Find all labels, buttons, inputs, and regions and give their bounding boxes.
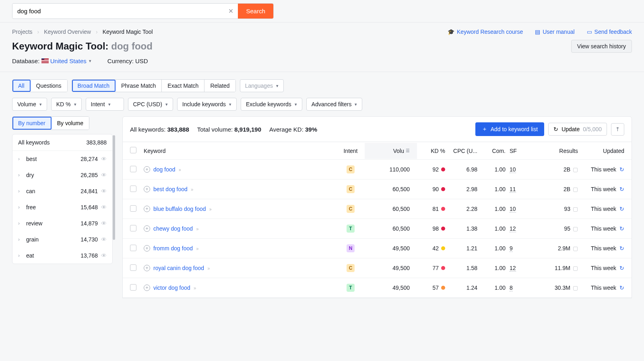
double-chevron-icon[interactable]: ›› xyxy=(196,226,198,232)
row-checkbox[interactable] xyxy=(130,264,136,271)
select-all-checkbox[interactable] xyxy=(130,147,136,153)
sidebar-group-item[interactable]: ›can24,841👁 xyxy=(12,183,112,199)
serp-icon[interactable]: ▢ xyxy=(573,166,578,173)
serp-icon[interactable]: ▢ xyxy=(573,265,578,271)
exclude-keywords-filter[interactable]: Exclude keywords▾ xyxy=(241,98,302,111)
sidebar-group-item[interactable]: ›best28,274👁 xyxy=(12,151,112,167)
advanced-filters[interactable]: Advanced filters▾ xyxy=(306,98,363,111)
add-to-keyword-list-button[interactable]: ＋Add to keyword list xyxy=(475,122,545,136)
add-keyword-icon[interactable]: + xyxy=(144,245,150,252)
languages-dropdown[interactable]: Languages▾ xyxy=(240,79,284,92)
col-results[interactable]: Results xyxy=(530,148,578,154)
breadcrumb-overview[interactable]: Keyword Overview xyxy=(44,29,91,35)
double-chevron-icon[interactable]: ›› xyxy=(191,186,193,192)
col-kd[interactable]: KD % xyxy=(417,148,445,154)
update-button[interactable]: ↻Update 0/5,000 xyxy=(548,123,607,136)
sidebar-group-item[interactable]: ›free15,648👁 xyxy=(12,199,112,215)
database-selector[interactable]: Database: United States ▾ xyxy=(12,58,91,64)
refresh-row-icon[interactable]: ↻ xyxy=(619,265,624,271)
keyword-link[interactable]: best dog food xyxy=(153,186,188,192)
tab-all[interactable]: All xyxy=(12,80,31,92)
sidebar-group-item[interactable]: ›eat13,768👁 xyxy=(12,248,112,264)
add-keyword-icon[interactable]: + xyxy=(144,265,150,271)
export-button[interactable]: ⤒ xyxy=(611,123,624,136)
breadcrumb-projects[interactable]: Projects xyxy=(12,29,33,35)
research-course-link[interactable]: 🎓Keyword Research course xyxy=(448,29,523,35)
cell-sf[interactable]: 12 xyxy=(506,225,530,232)
serp-icon[interactable]: ▢ xyxy=(573,285,578,291)
sort-by-volume[interactable]: By volume xyxy=(52,117,89,130)
scrollbar[interactable] xyxy=(113,135,115,240)
cell-sf[interactable]: 8 xyxy=(506,285,530,291)
cell-sf[interactable]: 10 xyxy=(506,206,530,212)
sidebar-group-item[interactable]: ›review14,879👁 xyxy=(12,215,112,231)
add-keyword-icon[interactable]: + xyxy=(144,166,150,173)
clear-search-button[interactable]: × xyxy=(224,6,238,16)
cell-sf[interactable]: 11 xyxy=(506,186,530,192)
include-keywords-filter[interactable]: Include keywords▾ xyxy=(177,98,237,111)
col-intent[interactable]: Intent xyxy=(336,148,365,154)
volume-filter[interactable]: Volume▾ xyxy=(12,98,47,111)
col-sf[interactable]: SF xyxy=(506,148,530,154)
row-checkbox[interactable] xyxy=(130,166,136,172)
tab-broad-match[interactable]: Broad Match xyxy=(72,80,116,92)
user-manual-link[interactable]: ▤User manual xyxy=(535,29,574,35)
refresh-row-icon[interactable]: ↻ xyxy=(619,245,624,252)
col-com[interactable]: Com. xyxy=(477,148,506,154)
keyword-link[interactable]: chewy dog food xyxy=(153,225,193,232)
eye-icon[interactable]: 👁 xyxy=(101,156,107,162)
refresh-row-icon[interactable]: ↻ xyxy=(619,206,624,212)
eye-icon[interactable]: 👁 xyxy=(101,188,107,194)
serp-icon[interactable]: ▢ xyxy=(573,225,578,232)
double-chevron-icon[interactable]: ›› xyxy=(179,167,181,173)
sidebar-group-item[interactable]: ›dry26,285👁 xyxy=(12,167,112,183)
serp-icon[interactable]: ▢ xyxy=(573,245,578,252)
col-updated[interactable]: Updated xyxy=(578,148,624,154)
serp-icon[interactable]: ▢ xyxy=(573,206,578,212)
double-chevron-icon[interactable]: ›› xyxy=(194,285,196,291)
add-keyword-icon[interactable]: + xyxy=(144,225,150,232)
double-chevron-icon[interactable]: ›› xyxy=(209,206,211,212)
sidebar-group-item[interactable]: ›grain14,730👁 xyxy=(12,231,112,248)
sort-by-number[interactable]: By number xyxy=(12,117,52,130)
refresh-row-icon[interactable]: ↻ xyxy=(619,186,624,192)
double-chevron-icon[interactable]: ›› xyxy=(207,265,209,271)
refresh-row-icon[interactable]: ↻ xyxy=(619,285,624,291)
col-volume[interactable]: Volu☰ xyxy=(365,143,417,159)
col-cpc[interactable]: CPC (U... xyxy=(445,148,477,154)
cell-sf[interactable]: 9 xyxy=(506,245,530,252)
serp-icon[interactable]: ▢ xyxy=(573,186,578,192)
eye-icon[interactable]: 👁 xyxy=(101,204,107,210)
add-keyword-icon[interactable]: + xyxy=(144,285,150,291)
tab-related[interactable]: Related xyxy=(204,80,235,92)
eye-icon[interactable]: 👁 xyxy=(101,172,107,178)
search-input[interactable] xyxy=(12,4,224,18)
add-keyword-icon[interactable]: + xyxy=(144,206,150,212)
row-checkbox[interactable] xyxy=(130,284,136,291)
add-keyword-icon[interactable]: + xyxy=(144,186,150,192)
col-keyword[interactable]: Keyword xyxy=(144,148,336,154)
double-chevron-icon[interactable]: ›› xyxy=(196,245,198,252)
send-feedback-link[interactable]: ▭Send feedback xyxy=(587,29,632,35)
eye-icon[interactable]: 👁 xyxy=(101,252,107,259)
view-history-button[interactable]: View search history xyxy=(571,40,632,53)
keyword-link[interactable]: dog food xyxy=(153,166,175,173)
search-button[interactable]: Search xyxy=(238,4,273,19)
tab-phrase-match[interactable]: Phrase Match xyxy=(116,80,162,92)
kd-filter[interactable]: KD %▾ xyxy=(51,98,82,111)
tab-questions[interactable]: Questions xyxy=(31,80,67,92)
tab-exact-match[interactable]: Exact Match xyxy=(162,80,204,92)
keyword-link[interactable]: victor dog food xyxy=(153,285,190,291)
cell-sf[interactable]: 10 xyxy=(506,166,530,173)
cpc-filter[interactable]: CPC (USD)▾ xyxy=(128,98,173,111)
refresh-row-icon[interactable]: ↻ xyxy=(619,225,624,232)
refresh-row-icon[interactable]: ↻ xyxy=(619,166,624,173)
row-checkbox[interactable] xyxy=(130,245,136,251)
all-keywords-row[interactable]: All keywords 383,888 xyxy=(12,134,112,151)
row-checkbox[interactable] xyxy=(130,205,136,212)
keyword-link[interactable]: fromm dog food xyxy=(153,245,193,252)
row-checkbox[interactable] xyxy=(130,186,136,192)
row-checkbox[interactable] xyxy=(130,225,136,231)
keyword-link[interactable]: royal canin dog food xyxy=(153,265,204,271)
eye-icon[interactable]: 👁 xyxy=(101,220,107,227)
